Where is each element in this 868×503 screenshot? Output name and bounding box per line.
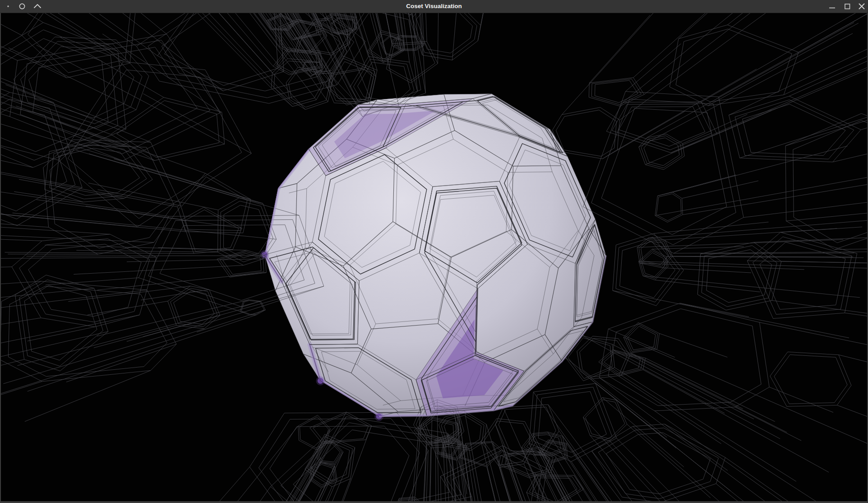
minimize-button[interactable] bbox=[826, 0, 838, 13]
window-titlebar: Coset Visualization bbox=[0, 0, 868, 13]
coset-3d-canvas[interactable] bbox=[1, 13, 867, 501]
maximize-icon bbox=[845, 4, 850, 9]
circle-icon[interactable] bbox=[16, 0, 28, 13]
close-button[interactable] bbox=[855, 0, 868, 13]
chevron-up-icon[interactable] bbox=[32, 0, 43, 13]
dot-indicator-icon bbox=[4, 0, 14, 13]
maximize-button[interactable] bbox=[841, 0, 854, 13]
close-icon bbox=[859, 4, 864, 9]
visualization-viewport bbox=[0, 13, 868, 503]
window-title: Coset Visualization bbox=[0, 0, 868, 13]
